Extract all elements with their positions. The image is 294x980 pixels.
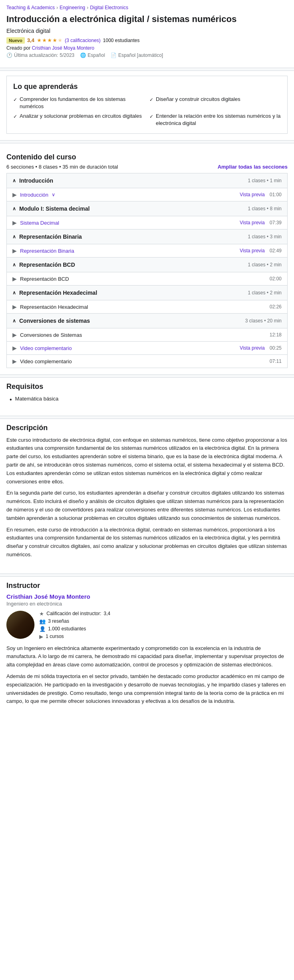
captions-item: 📄 Español [automático] — [111, 52, 163, 58]
video-icon-5-2: ▶ — [12, 358, 17, 364]
lesson-link-0-0[interactable]: Introducción — [20, 192, 48, 198]
acc-title-4: Representación Hexadecimal — [19, 290, 97, 296]
rating-count[interactable]: (3 calificaciones) — [65, 38, 101, 43]
acc-header-3[interactable]: ∧ Representación BCD 1 clases • 2 min — [7, 258, 287, 272]
acc-item-left-0-0: ▶ Introducción ∨ — [12, 191, 55, 198]
breadcrumb: Teaching & Academics › Engineering › Dig… — [0, 0, 294, 14]
acc-item-3-0: ▶ Representación BCD 02:00 — [7, 272, 287, 286]
acc-item-2-0: ▶ Representación Binaria Vista previa 02… — [7, 244, 287, 258]
divider-2 — [0, 140, 294, 143]
lesson-text-4-0: Representación Hexadecimal — [20, 304, 88, 310]
desc-para-1: En la segunda parte del curso, los estud… — [6, 489, 288, 522]
star-3: ★ — [47, 37, 52, 43]
breadcrumb-sep-2: › — [87, 5, 89, 10]
lesson-link-1-0[interactable]: Sistema Decimal — [20, 220, 59, 226]
preview-link-0-0[interactable]: Vista previa — [240, 192, 264, 197]
captions-icon: 📄 — [111, 52, 117, 58]
video-icon-1-0: ▶ — [12, 219, 17, 226]
requisitos-title: Requisitos — [6, 382, 288, 391]
divider-4 — [0, 416, 294, 419]
acc-item-5-2: ▶ Video complementario 07:11 — [7, 355, 287, 368]
chevron-icon-5: ∧ — [12, 318, 16, 324]
learn-item-text-0: Comprender los fundamentos de los sistem… — [20, 96, 145, 110]
clock-icon: 🕐 — [6, 52, 12, 58]
star-4: ★ — [52, 37, 57, 43]
lesson-link-2-0[interactable]: Representación Binaria — [20, 248, 74, 254]
lesson-text-5-2: Video complementario — [20, 358, 72, 364]
req-item-0: • Matemática básica — [10, 395, 288, 404]
instructor-name-link[interactable]: Cristhian José Moya Montero — [6, 593, 90, 600]
duration-2-0: 02:49 — [270, 248, 282, 254]
check-icon-1: ✓ — [149, 97, 153, 110]
students-count: 1000 estudiantes — [103, 38, 139, 43]
divider-3 — [0, 374, 294, 378]
preview-link-5-1[interactable]: Vista previa — [240, 345, 264, 351]
acc-item-right-0-0: Vista previa 01:00 — [240, 192, 282, 197]
acc-header-1[interactable]: ∧ Modulo I: Sistema decimal 1 clases • 8… — [7, 201, 287, 216]
acc-header-5[interactable]: ∧ Conversiones de sistemas 3 clases • 20… — [7, 314, 287, 328]
learn-title: Lo que aprenderás — [13, 83, 281, 91]
dropdown-icon-0-0[interactable]: ∨ — [52, 192, 55, 197]
created-by-row: Creado por Cristhian José Moya Montero — [6, 45, 288, 51]
duration-5-0: 12:18 — [270, 332, 282, 338]
preview-link-1-0[interactable]: Vista previa — [240, 220, 264, 225]
acc-meta-5: 3 clases • 20 min — [245, 318, 282, 324]
acc-item-right-5-1: Vista previa 00:25 — [240, 345, 282, 351]
duration-4-0: 02:26 — [270, 304, 282, 310]
acc-header-left-0: ∧ Introducción — [12, 177, 53, 184]
preview-link-2-0[interactable]: Vista previa — [240, 248, 264, 254]
lesson-text-3-0: Representación BCD — [20, 276, 69, 282]
content-meta: 6 secciones • 8 clases • 35 min de durac… — [6, 164, 118, 170]
instr-bio-0: Soy un Ingeniero en electrónica altament… — [6, 644, 288, 669]
rating-number: 3,4 — [27, 37, 34, 43]
acc-meta-4: 1 clases • 2 min — [248, 290, 282, 296]
chevron-icon-2: ∧ — [12, 234, 16, 239]
acc-title-1: Modulo I: Sistema decimal — [19, 205, 90, 212]
breadcrumb-item-digital[interactable]: Digital Electronics — [90, 5, 128, 10]
chevron-icon-1: ∧ — [12, 206, 16, 211]
acc-item-left-1-0: ▶ Sistema Decimal — [12, 219, 59, 226]
desc-para-0: Este curso introductorio de electrónica … — [6, 436, 288, 486]
language-value: Español — [88, 52, 105, 58]
breadcrumb-sep-1: › — [56, 5, 58, 10]
star-stat-icon: ★ — [39, 611, 44, 617]
acc-item-5-1: ▶ Video complementario Vista previa 00:2… — [7, 342, 287, 355]
desc-para-2: En resumen, este curso de introducción a… — [6, 526, 288, 559]
acc-header-2[interactable]: ∧ Representación Binaria 1 clases • 3 mi… — [7, 229, 287, 244]
breadcrumb-item-teaching[interactable]: Teaching & Academics — [6, 5, 55, 10]
instructor-bio: Soy un Ingeniero en electrónica altament… — [6, 644, 288, 706]
instructor-link[interactable]: Cristhian José Moya Montero — [32, 45, 94, 51]
divider-1 — [0, 68, 294, 71]
acc-header-0[interactable]: ∧ Introducción 1 clases • 1 min — [7, 173, 287, 188]
acc-header-left-3: ∧ Representación BCD — [12, 262, 75, 268]
learn-item-0: ✓ Comprender los fundamentos de los sist… — [13, 96, 145, 110]
breadcrumb-item-engineering[interactable]: Engineering — [60, 5, 85, 10]
expand-link[interactable]: Ampliar todas las secciones — [217, 164, 288, 170]
acc-title-3: Representación BCD — [19, 262, 75, 268]
instructor-avatar — [6, 611, 34, 639]
acc-item-left-5-1: ▶ Video complementario — [12, 345, 72, 351]
bullet-icon-0: • — [10, 396, 12, 403]
instructor-name[interactable]: Cristhian José Moya Montero — [6, 593, 288, 600]
learn-item-1: ✓ Diseñar y construir circuitos digitale… — [149, 96, 281, 110]
acc-header-4[interactable]: ∧ Representación Hexadecimal 1 clases • … — [7, 286, 287, 300]
lesson-text-5-0: Conversiones de Sistemas — [20, 332, 82, 338]
instructor-job-title: Ingeniero en electrónica — [6, 601, 288, 607]
instr-stat-students: 👤 1.000 estudiantes — [39, 626, 110, 632]
instr-rating-label: Calificación del instructor: — [46, 611, 101, 616]
descripcion-section: Descripción Este curso introductorio de … — [0, 424, 294, 569]
instructor-heading: Instructor — [6, 582, 288, 590]
acc-item-right-3-0: 02:00 — [270, 276, 282, 282]
req-list: • Matemática básica — [6, 395, 288, 404]
learn-item-text-3: Entender la relación entre los sistemas … — [156, 113, 281, 127]
learn-item-2: ✓ Analizar y solucionar problemas en cir… — [13, 113, 145, 127]
check-icon-2: ✓ — [13, 113, 17, 127]
instr-students: 1.000 estudiantes — [48, 626, 86, 632]
acc-item-right-1-0: Vista previa 07:39 — [240, 220, 282, 225]
content-meta-line: 6 secciones • 8 clases • 35 min de durac… — [0, 164, 294, 173]
acc-item-left-5-0: ▶ Conversiones de Sistemas — [12, 332, 82, 338]
lesson-link-5-1[interactable]: Video complementario — [20, 345, 72, 351]
video-icon-5-0: ▶ — [12, 332, 17, 338]
instructor-section: Instructor Cristhian José Moya Montero I… — [0, 582, 294, 716]
acc-meta-1: 1 clases • 8 min — [248, 206, 282, 211]
